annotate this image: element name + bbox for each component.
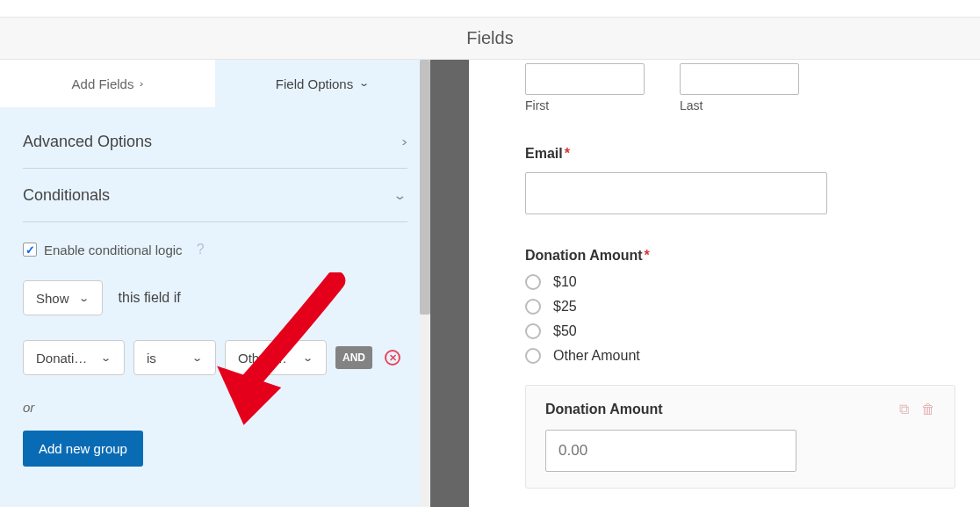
radio-icon xyxy=(525,323,541,339)
section-title: Advanced Options xyxy=(23,133,152,151)
tab-label: Field Options xyxy=(276,76,353,91)
scrollbar-thumb[interactable] xyxy=(420,60,430,315)
donation-amount-label: Donation Amount* xyxy=(525,248,955,264)
radio-icon xyxy=(525,274,541,290)
last-sublabel: Last xyxy=(680,98,799,112)
radio-option-10[interactable]: $10 xyxy=(525,274,955,290)
required-asterisk: * xyxy=(565,146,570,161)
select-value: Show xyxy=(36,291,69,306)
radio-option-50[interactable]: $50 xyxy=(525,323,955,339)
radio-label: $50 xyxy=(553,323,577,339)
section-advanced-options[interactable]: Advanced Options › xyxy=(23,116,407,169)
select-value: Other A... xyxy=(238,351,293,366)
chevron-right-icon: › xyxy=(139,78,143,89)
radio-label: $25 xyxy=(553,299,577,315)
header-title: Fields xyxy=(466,28,513,48)
sidebar-scrollbar[interactable] xyxy=(420,60,430,507)
email-label: Email* xyxy=(525,146,955,162)
section-title: Conditionals xyxy=(23,186,110,205)
donation-amount-field-box[interactable]: Donation Amount ⧉ 🗑 xyxy=(525,385,955,489)
field-select[interactable]: Donatio... ⌄ xyxy=(23,340,125,375)
form-preview: First Last Email* Donation Amount* $10 $… xyxy=(469,60,980,507)
amount-box-title: Donation Amount xyxy=(545,402,663,417)
chevron-down-icon: ⌄ xyxy=(302,352,313,364)
enable-conditional-label: Enable conditional logic xyxy=(44,243,183,257)
tab-field-options[interactable]: Field Options ⌄ xyxy=(215,60,430,107)
first-sublabel: First xyxy=(525,98,645,112)
tab-label: Add Fields xyxy=(72,76,134,91)
enable-conditional-checkbox[interactable]: ✓ xyxy=(23,243,37,257)
radio-option-25[interactable]: $25 xyxy=(525,299,955,315)
select-value: is xyxy=(147,351,156,366)
required-asterisk: * xyxy=(645,248,650,263)
or-label: or xyxy=(23,400,407,415)
chevron-down-icon: ⌄ xyxy=(393,188,407,203)
duplicate-icon[interactable]: ⧉ xyxy=(899,402,909,417)
amount-input[interactable] xyxy=(545,430,796,472)
help-icon[interactable]: ? xyxy=(197,242,205,257)
radio-option-other[interactable]: Other Amount xyxy=(525,348,955,364)
chevron-down-icon: ⌄ xyxy=(191,352,203,364)
and-button[interactable]: AND xyxy=(335,346,372,369)
page-header: Fields xyxy=(0,18,980,60)
tab-add-fields[interactable]: Add Fields › xyxy=(0,60,215,107)
radio-label: Other Amount xyxy=(553,348,640,364)
radio-icon xyxy=(525,348,541,364)
operator-select[interactable]: is ⌄ xyxy=(133,340,216,375)
email-input[interactable] xyxy=(525,172,827,214)
trash-icon[interactable]: 🗑 xyxy=(921,402,935,417)
radio-label: $10 xyxy=(553,274,577,290)
panel-separator xyxy=(430,60,469,507)
sidebar: Add Fields › Field Options ⌄ Advanced Op… xyxy=(0,60,430,507)
first-name-input[interactable] xyxy=(525,63,645,95)
delete-rule-button[interactable]: ✕ xyxy=(385,350,400,366)
section-conditionals[interactable]: Conditionals ⌄ xyxy=(23,169,407,222)
show-select[interactable]: Show ⌄ xyxy=(23,280,103,315)
chevron-down-icon: ⌄ xyxy=(100,352,112,364)
select-value: Donatio... xyxy=(36,351,91,366)
add-new-group-button[interactable]: Add new group xyxy=(23,431,143,467)
last-name-input[interactable] xyxy=(680,63,799,95)
this-field-if-label: this field if xyxy=(119,290,181,306)
chevron-down-icon: ⌄ xyxy=(358,78,370,90)
chevron-down-icon: ⌄ xyxy=(78,293,90,304)
chevron-right-icon: › xyxy=(401,134,407,148)
value-select[interactable]: Other A... ⌄ xyxy=(225,340,327,375)
radio-icon xyxy=(525,299,541,315)
